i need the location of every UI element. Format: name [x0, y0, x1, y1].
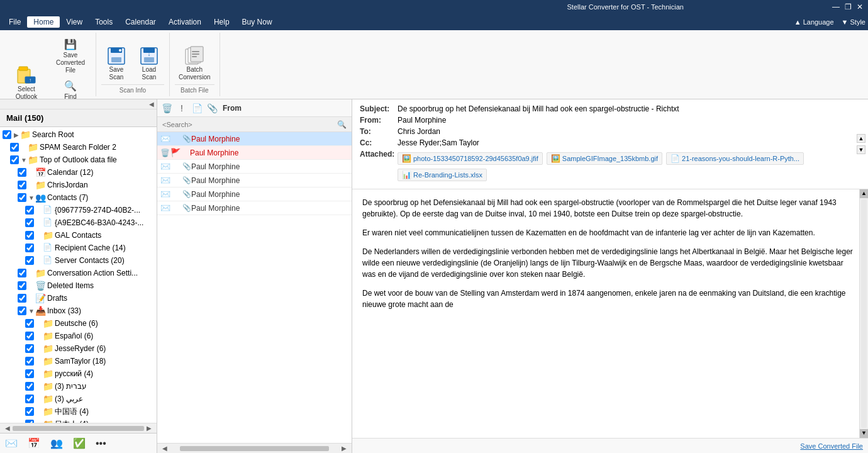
sidebar-item-drafts[interactable]: 📝 Drafts — [0, 292, 157, 305]
contacts-expand[interactable]: ▼ — [28, 194, 35, 201]
espanol-checkbox[interactable] — [25, 332, 34, 340]
menu-help[interactable]: Help — [208, 16, 236, 28]
gal-checkbox[interactable] — [25, 231, 34, 240]
contact2-checkbox[interactable] — [25, 218, 34, 227]
recipient-cache-checkbox[interactable] — [25, 243, 34, 252]
msg-item-6[interactable]: ✉️ 📎 Paul Morphine — [157, 201, 352, 215]
chrisjordan-checkbox[interactable] — [18, 181, 26, 189]
search-root-expand[interactable]: ▶ — [13, 131, 20, 138]
msg-item-3[interactable]: ✉️ 📎 Paul Morphine — [157, 160, 352, 174]
body-scroll-up[interactable]: ▲ — [860, 189, 868, 198]
sidebar-item-samtaylor[interactable]: 📁 SamTaylor (18) — [0, 355, 157, 367]
maximize-btn[interactable]: ❐ — [845, 3, 852, 11]
sidebar-item-search-root[interactable]: ▶ 📁 Search Root — [0, 128, 157, 141]
menu-calendar[interactable]: Calendar — [119, 16, 162, 28]
top-outlook-expand[interactable]: ▼ — [20, 157, 28, 164]
calendar-footer-icon[interactable]: 📅 — [28, 437, 40, 449]
close-btn[interactable]: ✕ — [857, 3, 863, 11]
inbox-expand[interactable]: ▼ — [28, 308, 35, 315]
spam-checkbox[interactable] — [10, 143, 19, 152]
sidebar-item-gal[interactable]: 📁 GAL Contacts — [0, 229, 157, 242]
top-outlook-checkbox[interactable] — [10, 155, 19, 164]
msg-list-scroll-left[interactable]: ◀ — [162, 445, 167, 452]
sidebar-collapse-arrow[interactable]: ◀ — [149, 101, 154, 108]
sidebar-item-deleted[interactable]: 🗑️ Deleted Items — [0, 279, 157, 292]
mail-footer-icon[interactable]: ✉️ — [5, 437, 18, 449]
email-body[interactable]: ▲ ▼ De spoorbrug op het Defensiekanaal b… — [352, 189, 868, 438]
window-controls[interactable]: — ❐ ✕ — [832, 3, 863, 11]
sidebar-item-russian[interactable]: 📁 русский (4) — [0, 367, 157, 380]
search-root-checkbox[interactable] — [3, 130, 11, 139]
sidebar-scroll-left[interactable]: ◀ — [5, 425, 10, 432]
save-scan-button[interactable]: SaveScan — [101, 45, 131, 82]
sidebar-item-chrisjordan[interactable]: 📁 ChrisJordan — [0, 179, 157, 191]
batch-conversion-button[interactable]: BatchConversion — [175, 45, 214, 82]
search-icon[interactable]: 🔍 — [337, 120, 347, 129]
contacts-footer-icon[interactable]: 👥 — [50, 437, 63, 449]
attachment-4[interactable]: 📊 Re-Branding-Lists.xlsx — [398, 169, 487, 181]
sidebar-item-contact2[interactable]: 📄 {A9E2BC46-B3A0-4243-... — [0, 216, 157, 229]
body-scroll-down[interactable]: ▼ — [860, 429, 868, 438]
msg-list-scroll-right[interactable]: ▶ — [342, 445, 347, 452]
chinese-checkbox[interactable] — [25, 407, 34, 416]
header-scroll-down[interactable]: ▼ — [857, 145, 865, 154]
from-col-header[interactable]: From — [220, 104, 349, 113]
flag-col-icon[interactable]: ! — [175, 101, 189, 115]
msg-item-2[interactable]: 🗑️ 🚩 Paul Morphine — [157, 146, 352, 160]
menu-file[interactable]: File — [3, 16, 27, 28]
tasks-footer-icon[interactable]: ✅ — [73, 437, 86, 449]
sidebar-item-conversation-action[interactable]: 📁 Conversation Action Setti... — [0, 267, 157, 279]
attachment-3[interactable]: 📄 21-reasons-you-should-learn-R-Pyth... — [666, 152, 804, 165]
jesseryder-checkbox[interactable] — [25, 344, 34, 353]
more-footer-icon[interactable]: ••• — [96, 438, 106, 449]
language-btn[interactable]: ▲ Language — [794, 18, 834, 26]
sidebar-item-deutsche[interactable]: 📁 Deutsche (6) — [0, 317, 157, 330]
sidebar-item-server-contacts[interactable]: 📄 Server Contacts (20) — [0, 254, 157, 267]
contacts-checkbox[interactable] — [18, 193, 26, 202]
menu-tools[interactable]: Tools — [89, 16, 119, 28]
samtaylor-checkbox[interactable] — [25, 357, 34, 366]
attachment-1[interactable]: 🖼️ photo-1533450718592-29d45635f0a9.jfif — [398, 152, 543, 165]
sidebar-item-spam[interactable]: 📁 SPAM Search Folder 2 — [0, 141, 157, 154]
menu-buynow[interactable]: Buy Now — [236, 16, 279, 28]
conv-action-checkbox[interactable] — [18, 269, 26, 277]
load-scan-button[interactable]: ↓ LoadScan — [134, 45, 164, 82]
header-scroll-up[interactable]: ▲ — [857, 134, 865, 143]
hebrew-checkbox[interactable] — [25, 382, 34, 391]
msg-item-5[interactable]: ✉️ 📎 Paul Morphine — [157, 187, 352, 201]
body-scrollbar[interactable]: ▲ ▼ — [859, 189, 868, 438]
sidebar-item-calendar[interactable]: 📅 Calendar (12) — [0, 166, 157, 179]
deleted-checkbox[interactable] — [18, 281, 26, 290]
arabic-checkbox[interactable] — [25, 394, 34, 403]
sidebar-scroll-right[interactable]: ▶ — [147, 425, 152, 432]
delete-col-icon[interactable]: 🗑️ — [160, 101, 174, 115]
inbox-checkbox[interactable] — [18, 306, 26, 315]
contact1-checkbox[interactable] — [25, 206, 34, 215]
sidebar-item-contacts[interactable]: ▼ 👥 Contacts (7) — [0, 191, 157, 204]
sidebar-item-hebrew[interactable]: 📁 עברית (3) — [0, 380, 157, 393]
menu-activation[interactable]: Activation — [162, 16, 208, 28]
sidebar-item-japanese[interactable]: 📁 日本人 (4) — [0, 418, 157, 423]
calendar-checkbox[interactable] — [18, 168, 26, 177]
attachment-2[interactable]: 🖼️ SampleGIFImage_135kbmb.gif — [547, 152, 662, 165]
msg-item-4[interactable]: ✉️ 📎 Paul Morphine — [157, 174, 352, 187]
msg-item-1[interactable]: ✉️ 📎 Paul Morphine — [157, 132, 352, 146]
server-contacts-checkbox[interactable] — [25, 256, 34, 265]
menu-home[interactable]: Home — [27, 16, 60, 28]
menu-view[interactable]: View — [60, 16, 89, 28]
minimize-btn[interactable]: — — [832, 3, 840, 11]
russian-checkbox[interactable] — [25, 369, 34, 378]
sidebar-item-jesseryder[interactable]: 📁 JesseRyder (6) — [0, 342, 157, 355]
sidebar-item-chinese[interactable]: 📁 中国语 (4) — [0, 405, 157, 418]
deutsche-checkbox[interactable] — [25, 319, 34, 328]
sidebar-tree[interactable]: ▶ 📁 Search Root 📁 SPAM Search Folder 2 ▼… — [0, 127, 157, 423]
sidebar-item-top-outlook[interactable]: ▼ 📁 Top of Outlook data file — [0, 154, 157, 166]
search-input[interactable] — [162, 121, 337, 128]
save-converted-file-link[interactable]: Save Converted File — [800, 442, 863, 450]
sidebar-item-contact1[interactable]: 📄 {09677759-274D-40B2-... — [0, 204, 157, 216]
sidebar-item-espanol[interactable]: 📁 Español (6) — [0, 330, 157, 342]
body-scroll-thumb[interactable] — [861, 199, 867, 428]
sidebar-item-inbox[interactable]: ▼ 📥 Inbox (33) — [0, 305, 157, 317]
drafts-checkbox[interactable] — [18, 294, 26, 303]
sidebar-item-arabic[interactable]: 📁 عربي (3) — [0, 393, 157, 405]
